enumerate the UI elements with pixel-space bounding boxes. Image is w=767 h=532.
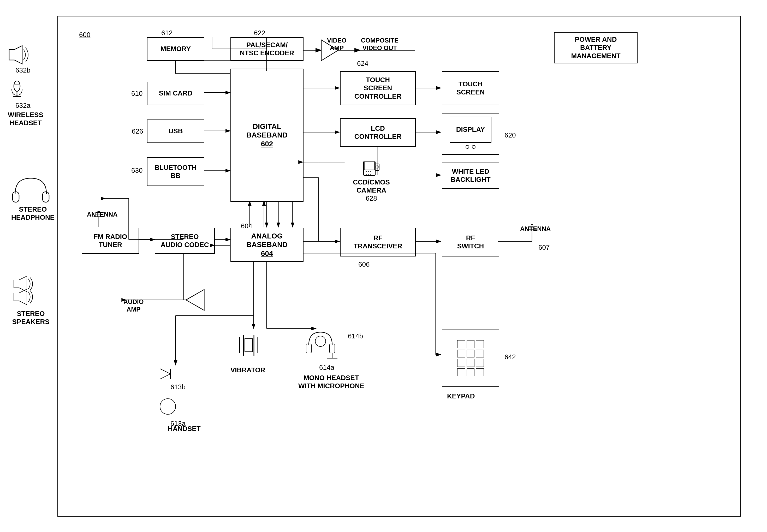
ref-626: 626 [132,127,143,135]
ref-614b: 614b [348,332,363,340]
ref-624: 624 [357,59,368,68]
ref-614a: 614a [319,363,334,372]
svg-rect-23 [330,344,335,353]
rf-switch-box: RFSWITCH [442,228,499,256]
ref-613b: 613b [170,383,186,391]
svg-point-21 [315,336,326,346]
ref-632b-external: 632b [5,66,41,74]
fm-radio-box: FM RADIOTUNER [82,228,139,254]
svg-rect-0 [364,161,375,176]
diagram-container: 600 MEMORY 612 PAL/SECAM/ NTSC ENCODER 6… [57,16,741,517]
svg-rect-22 [306,344,311,353]
memory-box: MEMORY [147,37,204,61]
antenna-607-label: ANTENNA [520,225,551,233]
touch-screen-controller-box: TOUCHSCREENCONTROLLER [340,71,416,105]
keypad-text-label: KEYPAD [447,392,475,400]
digital-baseband-box: DIGITALBASEBAND 602 [230,69,304,202]
ref-607: 607 [538,243,550,252]
svg-rect-18 [245,339,253,352]
ref-606: 606 [358,260,370,268]
svg-point-15 [160,399,176,414]
antenna-fm-label: ANTENNA [87,211,117,218]
ref-628: 628 [345,194,397,202]
ref-612: 612 [161,29,173,37]
display-box: DISPLAY [442,113,499,155]
keypad-box [442,330,499,387]
vibrator-area [238,330,259,362]
svg-marker-93 [14,289,27,305]
ref-604-inside: 604 [246,249,288,258]
pal-encoder-box: PAL/SECAM/ NTSC ENCODER [230,37,304,61]
power-battery-box: POWER AND BATTERY MANAGEMENT [554,32,638,63]
wireless-headset-external: 632b 632a WIRELESSHEADSET [8,44,43,127]
handset-text-label: HANDSET [168,425,201,433]
analog-baseband-box: ANALOGBASEBAND 604 [230,228,304,262]
video-amp-label: VIDEOAMP [327,37,347,52]
audio-amp-label: AUDIOAMP [123,298,144,313]
svg-point-12 [376,166,378,168]
ref-602-inside: 602 [246,140,288,148]
svg-rect-90 [13,192,19,202]
white-led-box: WHITE LEDBACKLIGHT [442,163,499,189]
ccd-camera-area: CCD/CMOSCAMERA 628 [345,157,397,202]
touch-screen-box: TOUCHSCREEN [442,71,499,105]
stereo-speakers-area: STEREOSPEAKERS [11,275,50,326]
svg-marker-92 [14,276,27,292]
svg-marker-62 [186,290,204,310]
svg-marker-94 [9,46,22,64]
vibrator-label: VIBRATOR [230,366,265,374]
stereo-audio-codec-box: STEREOAUDIO CODEC [155,228,215,254]
svg-marker-13 [160,369,170,379]
svg-rect-91 [43,192,49,202]
svg-rect-1 [364,162,374,170]
handset-area [159,366,174,383]
bluetooth-box: BLUETOOTH BB [147,157,204,186]
ref-622: 622 [254,29,265,37]
ref-620: 620 [504,131,516,139]
ref-630: 630 [131,166,142,175]
stereo-headphone-area: STEREOHEADPHONE [11,173,55,222]
ref-642: 642 [504,353,516,361]
handset-circle-area [159,397,177,417]
mono-headset-area [304,327,337,362]
lcd-controller-box: LCDCONTROLLER [340,118,416,147]
ref-604: 604 [241,222,252,230]
ref-632a-external: 632a [5,101,41,110]
sim-card-box: SIM CARD [147,82,204,105]
composite-video-label: COMPOSITEVIDEO OUT [361,37,399,52]
rf-transceiver-box: RFTRANSCEIVER [340,228,416,256]
ref-610: 610 [131,89,142,98]
usb-box: USB [147,119,204,143]
mono-headset-text: MONO HEADSETWITH MICROPHONE [298,374,364,390]
ref-600: 600 [79,31,90,39]
